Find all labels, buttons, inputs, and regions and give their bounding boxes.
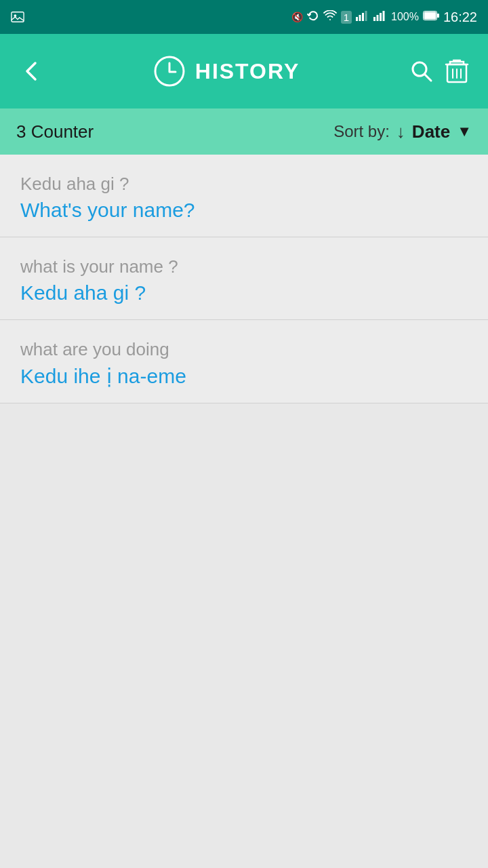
sort-bar: 3 Counter Sort by: ↓ Date ▼ [0, 108, 488, 155]
app-bar-title-area: HISTORY [49, 55, 404, 87]
signal-icon-2 [373, 10, 387, 24]
clock-icon [153, 55, 186, 87]
sort-dropdown-button[interactable]: ▼ [457, 123, 472, 140]
svg-rect-4 [362, 13, 364, 21]
history-list: Kedu aha gi ? What's your name? what is … [0, 155, 488, 403]
svg-rect-11 [437, 14, 439, 18]
item-source-text: what is your name ? [20, 256, 468, 277]
app-bar: HISTORY [0, 34, 488, 108]
svg-rect-2 [356, 17, 358, 21]
svg-rect-7 [377, 15, 379, 21]
sort-area: Sort by: ↓ Date ▼ [333, 121, 472, 142]
signal-icon-1 [356, 10, 369, 24]
status-bar-left [11, 10, 24, 24]
mute-icon: 🔇 [291, 12, 303, 22]
list-item[interactable]: what is your name ? Kedu aha gi ? [0, 237, 488, 320]
time-display: 16:22 [443, 9, 477, 25]
svg-rect-9 [383, 11, 385, 21]
svg-rect-12 [424, 12, 436, 20]
page-title: HISTORY [195, 59, 300, 84]
item-translation-text: Kedu aha gi ? [20, 281, 468, 304]
delete-button[interactable] [439, 54, 474, 89]
list-item[interactable]: Kedu aha gi ? What's your name? [0, 155, 488, 237]
chevron-down-icon: ▼ [457, 123, 472, 140]
sort-direction-icon: ↓ [396, 121, 405, 142]
svg-rect-8 [380, 13, 382, 21]
sim-badge: 1 [341, 11, 352, 24]
item-translation-text: Kedu ihe ị na-eme [20, 364, 468, 388]
item-source-text: Kedu aha gi ? [20, 174, 468, 195]
back-button[interactable] [14, 54, 49, 89]
search-button[interactable] [404, 54, 439, 89]
item-translation-text: What's your name? [20, 199, 468, 222]
item-source-text: what are you doing [20, 339, 468, 360]
svg-rect-6 [373, 17, 375, 21]
svg-rect-0 [12, 12, 24, 22]
list-item[interactable]: what are you doing Kedu ihe ị na-eme [0, 320, 488, 403]
wifi-icon [323, 10, 337, 24]
svg-rect-5 [365, 11, 367, 21]
counter-label: 3 Counter [16, 121, 94, 142]
sort-by-label: Sort by: [333, 122, 390, 141]
status-bar-right: 🔇 1 [291, 9, 477, 25]
battery-icon [423, 11, 439, 23]
battery-text: 100% [391, 11, 419, 23]
sort-value-label: Date [412, 121, 450, 142]
status-bar: 🔇 1 [0, 0, 488, 34]
svg-rect-3 [359, 15, 361, 21]
sync-icon [307, 9, 319, 24]
image-icon [11, 10, 24, 24]
